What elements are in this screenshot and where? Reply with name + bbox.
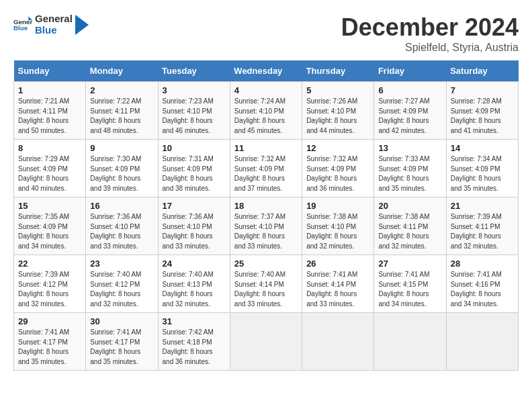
day-number: 31 [163, 316, 226, 326]
calendar-cell: 9Sunrise: 7:30 AMSunset: 4:09 PMDaylight… [86, 140, 158, 197]
day-number: 4 [234, 85, 298, 95]
day-info: Sunrise: 7:23 AMSunset: 4:10 PMDaylight:… [163, 97, 226, 136]
calendar-cell: 21Sunrise: 7:39 AMSunset: 4:11 PMDayligh… [446, 197, 518, 255]
calendar-week-row: 1Sunrise: 7:21 AMSunset: 4:11 PMDaylight… [14, 82, 519, 140]
day-info: Sunrise: 7:27 AMSunset: 4:09 PMDaylight:… [378, 97, 441, 136]
day-number: 6 [378, 85, 441, 95]
calendar-cell: 5Sunrise: 7:26 AMSunset: 4:10 PMDaylight… [302, 82, 374, 140]
calendar-cell: 2Sunrise: 7:22 AMSunset: 4:11 PMDaylight… [86, 82, 158, 140]
logo: General Blue General Blue [13, 13, 89, 36]
calendar-cell: 16Sunrise: 7:36 AMSunset: 4:10 PMDayligh… [86, 197, 158, 255]
day-info: Sunrise: 7:40 AMSunset: 4:13 PMDaylight:… [163, 270, 226, 309]
calendar-cell: 26Sunrise: 7:41 AMSunset: 4:14 PMDayligh… [302, 255, 374, 313]
logo-arrow-icon [75, 15, 89, 35]
calendar-cell: 27Sunrise: 7:41 AMSunset: 4:15 PMDayligh… [374, 255, 446, 313]
day-info: Sunrise: 7:35 AMSunset: 4:09 PMDaylight:… [18, 212, 81, 251]
logo-icon: General Blue [13, 15, 32, 34]
calendar-cell: 19Sunrise: 7:38 AMSunset: 4:10 PMDayligh… [302, 197, 374, 255]
calendar-header-saturday: Saturday [446, 60, 518, 82]
day-number: 2 [90, 85, 153, 95]
day-info: Sunrise: 7:32 AMSunset: 4:09 PMDaylight:… [306, 154, 369, 193]
day-info: Sunrise: 7:32 AMSunset: 4:09 PMDaylight:… [234, 154, 298, 193]
day-number: 30 [90, 316, 153, 326]
day-info: Sunrise: 7:33 AMSunset: 4:09 PMDaylight:… [378, 154, 441, 193]
calendar-cell: 18Sunrise: 7:37 AMSunset: 4:10 PMDayligh… [230, 197, 302, 255]
day-info: Sunrise: 7:36 AMSunset: 4:10 PMDaylight:… [163, 212, 226, 251]
calendar-week-row: 29Sunrise: 7:41 AMSunset: 4:17 PMDayligh… [14, 313, 519, 371]
calendar-cell: 24Sunrise: 7:40 AMSunset: 4:13 PMDayligh… [158, 255, 230, 313]
day-info: Sunrise: 7:39 AMSunset: 4:12 PMDaylight:… [18, 270, 81, 309]
day-info: Sunrise: 7:21 AMSunset: 4:11 PMDaylight:… [18, 97, 81, 136]
day-number: 5 [306, 85, 369, 95]
day-info: Sunrise: 7:42 AMSunset: 4:18 PMDaylight:… [163, 328, 226, 367]
calendar-cell: 7Sunrise: 7:28 AMSunset: 4:09 PMDaylight… [446, 82, 518, 140]
day-number: 24 [163, 259, 226, 269]
day-number: 16 [90, 201, 153, 211]
calendar-cell: 15Sunrise: 7:35 AMSunset: 4:09 PMDayligh… [14, 197, 86, 255]
day-number: 23 [90, 259, 153, 269]
day-info: Sunrise: 7:31 AMSunset: 4:09 PMDaylight:… [163, 154, 226, 193]
day-info: Sunrise: 7:24 AMSunset: 4:10 PMDaylight:… [234, 97, 298, 136]
calendar-cell: 30Sunrise: 7:41 AMSunset: 4:17 PMDayligh… [86, 313, 158, 371]
calendar-week-row: 22Sunrise: 7:39 AMSunset: 4:12 PMDayligh… [14, 255, 519, 313]
day-info: Sunrise: 7:38 AMSunset: 4:11 PMDaylight:… [378, 212, 441, 251]
day-number: 28 [451, 259, 514, 269]
day-info: Sunrise: 7:40 AMSunset: 4:12 PMDaylight:… [90, 270, 153, 309]
calendar-cell: 31Sunrise: 7:42 AMSunset: 4:18 PMDayligh… [158, 313, 230, 371]
calendar-week-row: 15Sunrise: 7:35 AMSunset: 4:09 PMDayligh… [14, 197, 519, 255]
logo-general-text: General [35, 13, 73, 25]
day-number: 29 [18, 316, 81, 326]
day-info: Sunrise: 7:22 AMSunset: 4:11 PMDaylight:… [90, 97, 153, 136]
day-info: Sunrise: 7:40 AMSunset: 4:14 PMDaylight:… [234, 270, 298, 309]
day-info: Sunrise: 7:41 AMSunset: 4:15 PMDaylight:… [378, 270, 441, 309]
calendar-cell: 14Sunrise: 7:34 AMSunset: 4:09 PMDayligh… [446, 140, 518, 197]
calendar-header-sunday: Sunday [14, 60, 86, 82]
calendar-cell: 12Sunrise: 7:32 AMSunset: 4:09 PMDayligh… [302, 140, 374, 197]
header: General Blue General Blue December 2024 … [13, 13, 519, 54]
day-info: Sunrise: 7:41 AMSunset: 4:14 PMDaylight:… [306, 270, 369, 309]
day-number: 22 [18, 259, 81, 269]
day-number: 15 [18, 201, 81, 211]
day-number: 8 [18, 143, 81, 153]
svg-text:Blue: Blue [13, 24, 28, 32]
calendar-cell: 4Sunrise: 7:24 AMSunset: 4:10 PMDaylight… [230, 82, 302, 140]
day-number: 14 [451, 143, 514, 153]
calendar-cell: 10Sunrise: 7:31 AMSunset: 4:09 PMDayligh… [158, 140, 230, 197]
calendar-cell: 3Sunrise: 7:23 AMSunset: 4:10 PMDaylight… [158, 82, 230, 140]
day-info: Sunrise: 7:38 AMSunset: 4:10 PMDaylight:… [306, 212, 369, 251]
calendar-header-friday: Friday [374, 60, 446, 82]
calendar-cell: 23Sunrise: 7:40 AMSunset: 4:12 PMDayligh… [86, 255, 158, 313]
calendar-cell: 11Sunrise: 7:32 AMSunset: 4:09 PMDayligh… [230, 140, 302, 197]
calendar-header-row: SundayMondayTuesdayWednesdayThursdayFrid… [14, 60, 519, 82]
calendar-cell: 17Sunrise: 7:36 AMSunset: 4:10 PMDayligh… [158, 197, 230, 255]
calendar-cell [446, 313, 518, 371]
day-number: 11 [234, 143, 298, 153]
calendar-cell [302, 313, 374, 371]
calendar-header-monday: Monday [86, 60, 158, 82]
calendar-cell [230, 313, 302, 371]
calendar-cell: 20Sunrise: 7:38 AMSunset: 4:11 PMDayligh… [374, 197, 446, 255]
day-number: 20 [378, 201, 441, 211]
day-number: 10 [163, 143, 226, 153]
day-number: 25 [234, 259, 298, 269]
calendar-cell: 25Sunrise: 7:40 AMSunset: 4:14 PMDayligh… [230, 255, 302, 313]
day-number: 19 [306, 201, 369, 211]
svg-marker-3 [75, 15, 89, 35]
day-number: 26 [306, 259, 369, 269]
title-area: December 2024 Spielfeld, Styria, Austria [341, 13, 519, 54]
day-info: Sunrise: 7:41 AMSunset: 4:17 PMDaylight:… [18, 328, 81, 367]
logo-blue-text: Blue [35, 25, 73, 36]
day-info: Sunrise: 7:41 AMSunset: 4:17 PMDaylight:… [90, 328, 153, 367]
calendar-cell: 22Sunrise: 7:39 AMSunset: 4:12 PMDayligh… [14, 255, 86, 313]
day-number: 12 [306, 143, 369, 153]
day-info: Sunrise: 7:26 AMSunset: 4:10 PMDaylight:… [306, 97, 369, 136]
page-subtitle: Spielfeld, Styria, Austria [341, 42, 519, 54]
day-info: Sunrise: 7:39 AMSunset: 4:11 PMDaylight:… [451, 212, 514, 251]
day-info: Sunrise: 7:28 AMSunset: 4:09 PMDaylight:… [451, 97, 514, 136]
calendar-cell: 1Sunrise: 7:21 AMSunset: 4:11 PMDaylight… [14, 82, 86, 140]
page-title: December 2024 [341, 13, 519, 42]
day-number: 13 [378, 143, 441, 153]
day-number: 1 [18, 85, 81, 95]
day-number: 27 [378, 259, 441, 269]
day-number: 7 [451, 85, 514, 95]
